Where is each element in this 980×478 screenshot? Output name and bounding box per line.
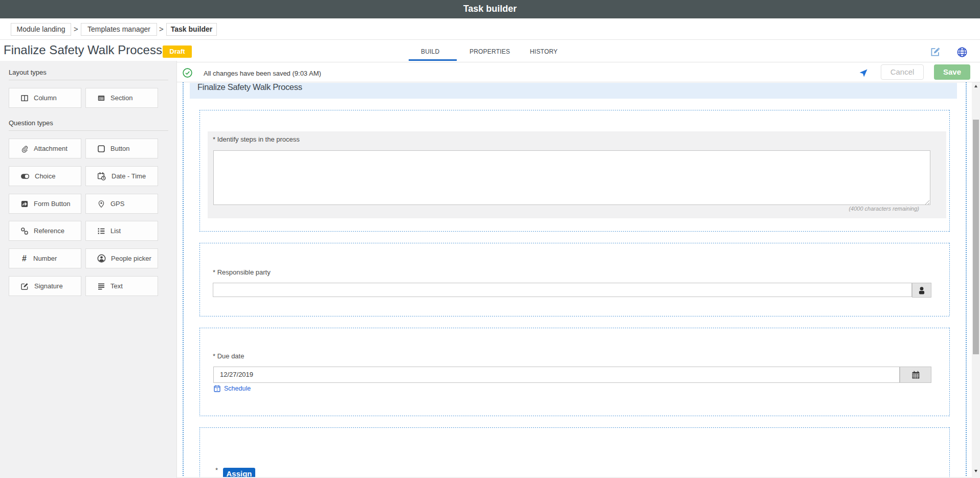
svg-text:1: 1 xyxy=(216,388,218,391)
